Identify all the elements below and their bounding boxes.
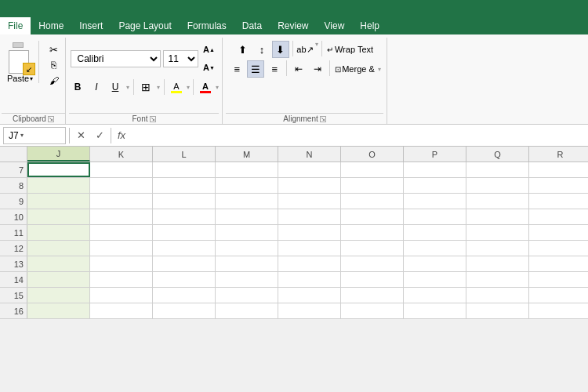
row-header-8[interactable]: 8 — [0, 178, 27, 193]
cell-N11[interactable] — [278, 225, 341, 240]
cell-O12[interactable] — [341, 241, 404, 256]
menu-page-layout[interactable]: Page Layout — [111, 17, 179, 34]
row-header-10[interactable]: 10 — [0, 209, 27, 224]
cell-O8[interactable] — [341, 178, 404, 193]
cell-L11[interactable] — [153, 225, 216, 240]
alignment-dialog-launcher[interactable]: ↘ — [320, 116, 326, 122]
merge-button[interactable]: ⊡ Merge & — [333, 60, 376, 78]
cell-J7[interactable] — [27, 162, 90, 177]
col-header-Q[interactable]: Q — [466, 147, 529, 162]
menu-file[interactable]: File — [0, 17, 31, 34]
cell-ref-dropdown[interactable]: ▾ — [20, 132, 24, 139]
orientation-dropdown[interactable]: ▾ — [315, 41, 318, 58]
decrease-font-button[interactable]: A▼ — [201, 59, 218, 76]
cell-K11[interactable] — [90, 225, 153, 240]
col-header-N[interactable]: N — [278, 147, 341, 162]
cell-M13[interactable] — [216, 256, 278, 271]
col-header-L[interactable]: L — [153, 147, 216, 162]
bold-button[interactable]: B — [69, 78, 86, 96]
col-header-M[interactable]: M — [216, 147, 278, 162]
orientation-button[interactable]: ab↗ — [296, 41, 314, 58]
menu-view[interactable]: View — [317, 17, 353, 34]
cell-N14[interactable] — [278, 272, 341, 287]
cell-N12[interactable] — [278, 241, 341, 256]
cell-J15[interactable] — [27, 288, 90, 303]
row-header-14[interactable]: 14 — [0, 272, 27, 287]
cell-R14[interactable] — [529, 272, 588, 287]
paste-button[interactable]: ↙ Paste ▾ — [2, 41, 39, 83]
cell-L14[interactable] — [153, 272, 216, 287]
cell-K9[interactable] — [90, 194, 153, 209]
font-color-button[interactable]: A — [197, 78, 214, 96]
cell-Q15[interactable] — [466, 288, 529, 303]
cell-N16[interactable] — [278, 303, 341, 318]
row-header-11[interactable]: 11 — [0, 225, 27, 240]
cell-M11[interactable] — [216, 225, 278, 240]
cell-R13[interactable] — [529, 256, 588, 271]
col-header-R[interactable]: R — [529, 147, 588, 162]
cell-O16[interactable] — [341, 303, 404, 318]
cell-N15[interactable] — [278, 288, 341, 303]
font-color-dropdown[interactable]: ▾ — [216, 84, 219, 91]
cell-P12[interactable] — [404, 241, 466, 256]
cell-N8[interactable] — [278, 178, 341, 193]
copy-button[interactable]: ⎘ — [43, 58, 65, 72]
formula-cancel-button[interactable]: ✕ — [73, 128, 89, 143]
cell-Q14[interactable] — [466, 272, 529, 287]
clipboard-dialog-launcher[interactable]: ↘ — [48, 116, 54, 122]
row-header-9[interactable]: 9 — [0, 194, 27, 209]
formula-confirm-button[interactable]: ✓ — [92, 128, 107, 143]
cell-Q11[interactable] — [466, 225, 529, 240]
cell-L15[interactable] — [153, 288, 216, 303]
cell-O14[interactable] — [341, 272, 404, 287]
cell-J16[interactable] — [27, 303, 90, 318]
cell-Q12[interactable] — [466, 241, 529, 256]
cell-K13[interactable] — [90, 256, 153, 271]
cell-Q8[interactable] — [466, 178, 529, 193]
cell-R10[interactable] — [529, 209, 588, 224]
cell-P7[interactable] — [404, 162, 466, 177]
cell-J11[interactable] — [27, 225, 90, 240]
cell-P13[interactable] — [404, 256, 466, 271]
cell-K12[interactable] — [90, 241, 153, 256]
menu-formulas[interactable]: Formulas — [180, 17, 234, 34]
cell-O13[interactable] — [341, 256, 404, 271]
cell-L16[interactable] — [153, 303, 216, 318]
cell-K8[interactable] — [90, 178, 153, 193]
cell-J14[interactable] — [27, 272, 90, 287]
cell-P9[interactable] — [404, 194, 466, 209]
col-header-J[interactable]: J — [27, 147, 90, 162]
cell-L10[interactable] — [153, 209, 216, 224]
cell-Q9[interactable] — [466, 194, 529, 209]
align-center-button[interactable]: ☰ — [247, 60, 264, 78]
cell-Q13[interactable] — [466, 256, 529, 271]
cell-K16[interactable] — [90, 303, 153, 318]
cell-K7[interactable] — [90, 162, 153, 177]
menu-data[interactable]: Data — [234, 17, 270, 34]
decrease-indent-button[interactable]: ⇤ — [290, 60, 307, 78]
borders-dropdown[interactable]: ▾ — [157, 84, 160, 91]
cell-O7[interactable] — [341, 162, 404, 177]
col-header-P[interactable]: P — [404, 147, 466, 162]
cell-M10[interactable] — [216, 209, 278, 224]
menu-insert[interactable]: Insert — [71, 17, 111, 34]
align-top-button[interactable]: ⬆ — [234, 41, 252, 58]
cell-N7[interactable] — [278, 162, 341, 177]
cell-M12[interactable] — [216, 241, 278, 256]
borders-button[interactable]: ⊞ — [137, 78, 154, 96]
cell-Q10[interactable] — [466, 209, 529, 224]
formula-input[interactable] — [132, 127, 585, 144]
cell-R15[interactable] — [529, 288, 588, 303]
cell-P11[interactable] — [404, 225, 466, 240]
fill-color-button[interactable]: A — [168, 78, 185, 96]
row-header-12[interactable]: 12 — [0, 241, 27, 256]
cell-K15[interactable] — [90, 288, 153, 303]
menu-review[interactable]: Review — [270, 17, 316, 34]
fill-color-dropdown[interactable]: ▾ — [187, 84, 190, 91]
cell-L9[interactable] — [153, 194, 216, 209]
cell-reference-box[interactable]: J7 ▾ — [3, 127, 66, 144]
increase-font-button[interactable]: A▲ — [201, 41, 218, 58]
font-size-select[interactable]: 11 — [163, 50, 198, 67]
cell-R12[interactable] — [529, 241, 588, 256]
cell-M15[interactable] — [216, 288, 278, 303]
